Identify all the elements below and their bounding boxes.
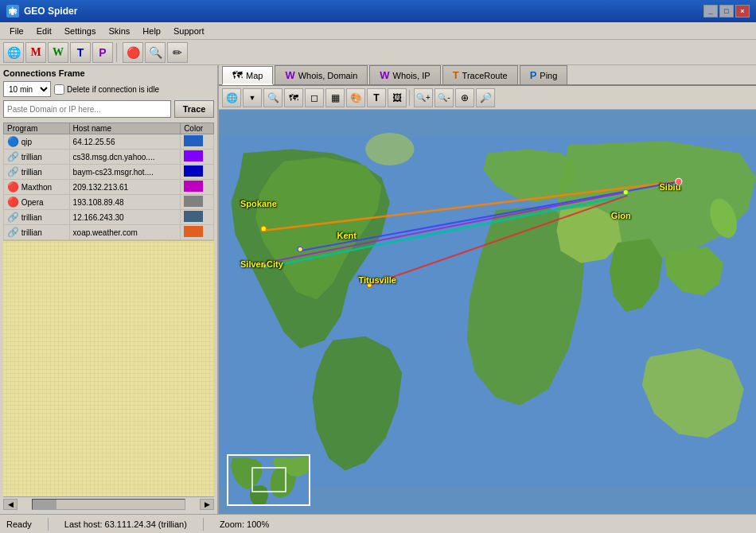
map-tab-icon: 🗺 <box>232 69 243 81</box>
cell-program: 🔵 qip <box>4 134 70 150</box>
menu-edit[interactable]: Edit <box>30 25 58 37</box>
connection-controls: 10 min 5 min 30 min Delete if connection… <box>3 81 214 97</box>
map-area[interactable]: Spokane Kent Silver City Titusville Gion… <box>219 110 756 514</box>
menu-file[interactable]: File <box>3 25 30 37</box>
program-name: trillian <box>21 153 42 161</box>
cell-color <box>181 195 214 210</box>
tab-whois-ip-label: Whois, IP <box>393 71 431 80</box>
program-icon: 🔗 <box>7 151 19 162</box>
menu-support[interactable]: Support <box>167 25 211 37</box>
cell-hostname: 209.132.213.61 <box>69 180 181 195</box>
table-row[interactable]: 🔗 trillian cs38.msg.dcn.yahoo.... <box>4 150 214 165</box>
toolbar-separator-1 <box>116 43 119 62</box>
menu-settings[interactable]: Settings <box>58 25 103 37</box>
minimize-button[interactable]: _ <box>703 5 718 18</box>
tab-map[interactable]: 🗺 Map <box>222 66 273 85</box>
domain-input[interactable] <box>3 100 171 118</box>
delete-idle-label: Delete if connection is idle <box>54 84 159 95</box>
col-hostname: Host name <box>69 123 181 134</box>
ping-tab-icon: P <box>530 69 537 81</box>
connections-frame-title: Connections Frame <box>3 68 214 78</box>
status-zoom: Zoom: 100% <box>220 519 269 529</box>
map-toolbar: 🌐 ▼ 🔍 🗺 ◻ ▦ 🎨 T 🖼 🔍+ 🔍- ⊕ 🔎 <box>219 86 756 110</box>
program-name: Opera <box>21 198 44 207</box>
menu-skins[interactable]: Skins <box>102 25 136 37</box>
delete-idle-checkbox[interactable] <box>54 84 64 95</box>
trace-button[interactable]: Trace <box>174 100 214 118</box>
idle-time-dropdown[interactable]: 10 min 5 min 30 min <box>3 81 51 97</box>
main-toolbar: 🌐 M W T P 🔴 🔍 ✏ <box>0 40 756 65</box>
tab-traceroute[interactable]: T TraceRoute <box>442 65 518 84</box>
maptool-zoomout[interactable]: 🔍- <box>435 88 454 107</box>
table-row[interactable]: 🔴 Maxthon 209.132.213.61 <box>4 180 214 195</box>
svg-point-1 <box>365 133 414 165</box>
tool-m1[interactable]: M <box>25 42 46 63</box>
tool-m2[interactable]: W <box>48 42 68 63</box>
maximize-button[interactable]: □ <box>719 5 734 18</box>
left-scrollbar[interactable]: ◀ ▶ <box>3 496 214 511</box>
cell-color <box>181 210 214 225</box>
status-sep-2 <box>203 518 204 531</box>
traceroute-tab-icon: T <box>453 69 459 81</box>
program-icon: 🔴 <box>7 196 19 208</box>
whois-ip-tab-icon: W <box>380 69 389 81</box>
program-name: trillian <box>21 213 42 222</box>
svg-point-11 <box>367 282 372 287</box>
col-program: Program <box>4 123 70 134</box>
maptool-find[interactable]: 🔍 <box>263 88 283 107</box>
maptool-image[interactable]: 🖼 <box>388 88 407 107</box>
tool-t[interactable]: T <box>70 42 91 63</box>
table-row[interactable]: 🔗 trillian baym-cs23.msgr.hot.... <box>4 165 214 180</box>
main-layout: Connections Frame 10 min 5 min 30 min De… <box>0 65 756 514</box>
program-name: trillian <box>21 168 42 177</box>
tab-ping[interactable]: P Ping <box>520 65 568 84</box>
tab-ping-label: Ping <box>540 71 557 80</box>
tab-whois-ip[interactable]: W Whois, IP <box>369 65 440 84</box>
maptool-text[interactable]: T <box>367 88 386 107</box>
menu-help[interactable]: Help <box>136 25 167 37</box>
tool-globe[interactable]: 🌐 <box>3 42 24 63</box>
tool-find[interactable]: 🔍 <box>145 42 166 63</box>
maptool-globe[interactable]: 🌐 <box>222 88 241 107</box>
cell-hostname: cs38.msg.dcn.yahoo.... <box>69 150 181 165</box>
maptool-dropdown[interactable]: ▼ <box>243 88 262 107</box>
maptool-grid[interactable]: ▦ <box>325 88 345 107</box>
table-row[interactable]: 🔗 trillian 12.166.243.30 <box>4 210 214 225</box>
color-swatch <box>184 181 203 192</box>
minimap <box>227 454 310 506</box>
maptool-color[interactable]: 🎨 <box>346 88 365 107</box>
table-row[interactable]: 🔗 trillian xoap.weather.com <box>4 225 214 240</box>
table-row[interactable]: 🔴 Opera 193.108.89.48 <box>4 195 214 210</box>
svg-point-10 <box>261 263 266 268</box>
scroll-right-btn[interactable]: ▶ <box>200 499 214 510</box>
program-name: trillian <box>21 228 42 237</box>
program-icon: 🔗 <box>7 227 19 238</box>
maptool-rect[interactable]: ◻ <box>305 88 324 107</box>
maptool-search[interactable]: 🔎 <box>476 88 495 107</box>
cell-program: 🔴 Maxthon <box>4 180 70 195</box>
color-swatch <box>184 211 203 222</box>
tool-p[interactable]: P <box>92 42 113 63</box>
cell-program: 🔗 trillian <box>4 210 70 225</box>
right-panel: 🗺 Map W Whois, Domain W Whois, IP T Trac… <box>219 65 756 514</box>
tool-draw[interactable]: ✏ <box>167 42 188 63</box>
table-row[interactable]: 🔵 qip 64.12.25.56 <box>4 134 214 150</box>
close-button[interactable]: × <box>735 5 750 18</box>
scroll-left-btn[interactable]: ◀ <box>3 499 18 510</box>
title-bar: 🕷 GEO Spider _ □ × <box>0 0 756 22</box>
tool-stop[interactable]: 🔴 <box>123 42 143 63</box>
tab-whois-domain[interactable]: W Whois, Domain <box>275 65 368 84</box>
tab-traceroute-label: TraceRoute <box>462 71 508 80</box>
maptool-map[interactable]: 🗺 <box>284 88 303 107</box>
color-swatch <box>184 165 203 177</box>
cell-color <box>181 225 214 240</box>
status-last-host: Last host: 63.111.24.34 (trillian) <box>64 519 187 529</box>
map-toolbar-sep <box>409 90 411 106</box>
cell-hostname: 193.108.89.48 <box>69 195 181 210</box>
hscroll-track[interactable] <box>32 499 185 510</box>
tabs-bar: 🗺 Map W Whois, Domain W Whois, IP T Trac… <box>219 65 756 86</box>
maptool-fit[interactable]: ⊕ <box>455 88 474 107</box>
maptool-zoomin[interactable]: 🔍+ <box>414 88 433 107</box>
cell-program: 🔗 trillian <box>4 150 70 165</box>
cell-hostname: 64.12.25.56 <box>69 134 181 150</box>
